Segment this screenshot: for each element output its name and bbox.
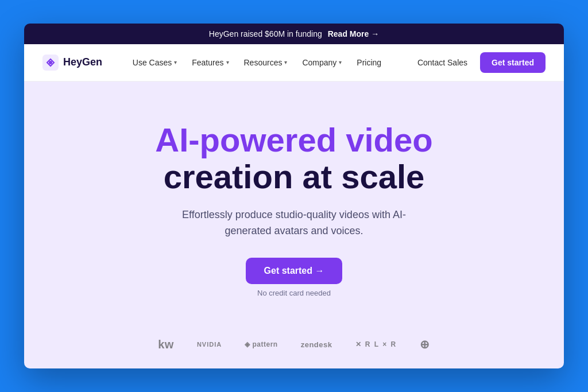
- nav-item-pricing[interactable]: Pricing: [351, 55, 387, 71]
- hero-section: AI-powered video creation at scale Effor…: [24, 81, 564, 326]
- chevron-down-icon: ▾: [339, 59, 342, 65]
- nav-use-cases-label: Use Cases: [133, 58, 172, 67]
- nav-right: Contact Sales Get started: [412, 52, 546, 73]
- nav-item-features[interactable]: Features ▾: [186, 55, 234, 71]
- nav-item-resources[interactable]: Resources ▾: [238, 55, 293, 71]
- read-more-link[interactable]: Read More →: [328, 29, 379, 38]
- logo-globe: ⊕: [420, 337, 430, 351]
- logos-section: kw NVIDIA ◈ pattern zendesk ✕ R L × R ⊕: [24, 326, 564, 368]
- chevron-down-icon: ▾: [284, 59, 287, 65]
- hero-title-highlight: AI-powered video: [155, 121, 432, 158]
- pattern-logo-text: ◈ pattern: [245, 340, 278, 348]
- nav-resources-label: Resources: [244, 58, 283, 67]
- logo-pattern: ◈ pattern: [245, 340, 278, 348]
- hero-get-started-button[interactable]: Get started →: [246, 258, 343, 284]
- announcement-bar: HeyGen raised $60M in funding Read More …: [24, 24, 564, 44]
- logo-zendesk: zendesk: [301, 340, 332, 349]
- zendesk-logo-text: zendesk: [301, 340, 332, 349]
- contact-sales-link[interactable]: Contact Sales: [412, 55, 473, 71]
- hero-title: AI-powered video creation at scale: [155, 122, 432, 195]
- svg-point-1: [49, 61, 52, 64]
- nav-item-company[interactable]: Company ▾: [296, 55, 347, 71]
- globe-logo-icon: ⊕: [420, 337, 430, 351]
- get-started-nav-button[interactable]: Get started: [480, 52, 546, 73]
- nav-features-label: Features: [192, 58, 223, 67]
- navbar: HeyGen Use Cases ▾ Features ▾ Resources …: [24, 44, 564, 81]
- logo[interactable]: HeyGen: [42, 55, 102, 71]
- nav-item-use-cases[interactable]: Use Cases ▾: [127, 55, 183, 71]
- no-credit-card-text: No credit card needed: [257, 289, 331, 297]
- nvidia-logo-text: NVIDIA: [197, 341, 222, 348]
- hero-cta: Get started → No credit card needed: [246, 258, 343, 297]
- hero-title-rest: creation at scale: [164, 158, 425, 195]
- chevron-down-icon: ▾: [174, 59, 177, 65]
- logo-xplx: ✕ R L × R: [355, 340, 397, 348]
- chevron-down-icon: ▾: [226, 59, 229, 65]
- browser-window: HeyGen raised $60M in funding Read More …: [24, 24, 564, 368]
- announcement-text: HeyGen raised $60M in funding: [209, 29, 322, 38]
- logo-kw: kw: [158, 338, 174, 351]
- nav-links: Use Cases ▾ Features ▾ Resources ▾ Compa…: [127, 55, 387, 71]
- heygen-logo-icon: [42, 55, 59, 71]
- logo-text: HeyGen: [63, 56, 102, 68]
- hero-subtitle: Effortlessly produce studio-quality vide…: [173, 207, 415, 240]
- nav-pricing-label: Pricing: [357, 58, 381, 67]
- kw-logo-text: kw: [158, 338, 174, 351]
- logo-nvidia: NVIDIA: [197, 341, 222, 348]
- xplx-logo-text: ✕ R L × R: [355, 340, 397, 348]
- nav-company-label: Company: [302, 58, 336, 67]
